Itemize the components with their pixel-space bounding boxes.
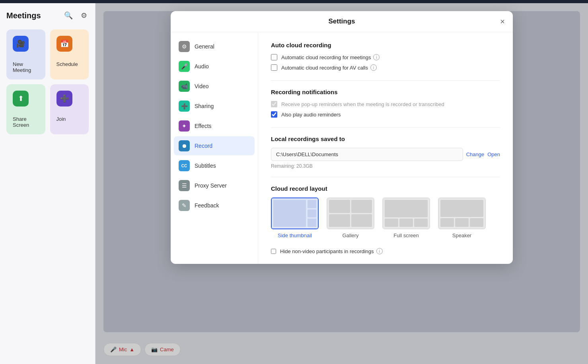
settings-content: Auto cloud recording Automatic cloud rec… <box>258 32 513 264</box>
join-card[interactable]: ➕ Join <box>50 84 89 134</box>
schedule-card[interactable]: 📅 Schedule <box>50 29 89 79</box>
nav-item-feedback[interactable]: ✎ Feedback <box>174 196 255 215</box>
fullscreen-thumbs <box>385 219 428 227</box>
layout-full-screen[interactable]: Full screen <box>382 197 430 238</box>
speaker-label: Speaker <box>452 232 471 238</box>
auto-meetings-checkbox[interactable] <box>271 54 277 60</box>
settings-nav: ⚙ General 🎤 Audio 📹 Video ➕ <box>171 32 258 264</box>
layout-gallery[interactable]: Gallery <box>327 197 374 238</box>
audio-reminders-checkbox[interactable] <box>271 111 277 118</box>
gallery-cell-2 <box>351 200 372 213</box>
speaker-thumb <box>438 197 486 229</box>
layout-speaker[interactable]: Speaker <box>438 197 486 238</box>
proxy-label: Proxy Server <box>195 182 227 189</box>
local-recordings-section: Local recordings saved to C:\Users\DELL\… <box>271 136 500 169</box>
feedback-icon: ✎ <box>179 200 190 211</box>
nav-item-audio[interactable]: 🎤 Audio <box>174 57 255 76</box>
auto-av-label: Automatic cloud recording for AV calls i <box>281 64 377 71</box>
fullscreen-preview <box>383 198 429 228</box>
auto-av-checkbox[interactable] <box>271 64 277 71</box>
settings-modal: Settings × ⚙ General 🎤 Audio <box>171 11 513 264</box>
fullscreen-thumb-1 <box>385 219 398 227</box>
share-screen-card[interactable]: ⬆ Share Screen <box>6 84 45 134</box>
local-recordings-title: Local recordings saved to <box>271 136 500 142</box>
nav-item-general[interactable]: ⚙ General <box>174 37 255 56</box>
audio-icon: 🎤 <box>179 61 190 72</box>
subtitles-icon: CC <box>179 160 190 171</box>
main-content: 🎤 Mic ▲ 📷 Came Settings × <box>95 3 588 364</box>
hide-non-video-label: Hide non-video participants in recording… <box>280 248 383 254</box>
auto-meetings-info-icon[interactable]: i <box>373 54 380 60</box>
auto-av-row: Automatic cloud recording for AV calls i <box>271 64 500 71</box>
auto-av-info-icon[interactable]: i <box>370 64 377 71</box>
divider-3 <box>271 177 500 177</box>
auto-meetings-row: Automatic cloud recording for meetings i <box>271 54 500 60</box>
change-button[interactable]: Change <box>466 151 485 157</box>
speaker-thumb-3 <box>470 218 483 227</box>
app-container: Meetings 🔍 ⚙ 🎥 New Meeting 📅 Schedule ⬆ … <box>0 3 588 364</box>
gallery-cell-4 <box>351 214 372 227</box>
join-label: Join <box>56 116 66 122</box>
audio-reminders-row: Also play audio reminders <box>271 111 500 118</box>
new-meeting-label: New Meeting <box>13 61 39 73</box>
auto-cloud-recording-section: Auto cloud recording Automatic cloud rec… <box>271 42 500 71</box>
effects-label: Effects <box>195 123 212 129</box>
search-button[interactable]: 🔍 <box>62 10 74 21</box>
path-row: C:\Users\DELL\Documents Change Open <box>271 148 500 161</box>
video-label: Video <box>195 83 209 89</box>
settings-button[interactable]: ⚙ <box>79 10 89 21</box>
nav-item-video[interactable]: 📹 Video <box>174 77 255 96</box>
modal-title: Settings <box>328 17 355 25</box>
nav-item-subtitles[interactable]: CC Subtitles <box>174 156 255 175</box>
hide-non-video-info-icon[interactable]: i <box>376 248 383 254</box>
fullscreen-main <box>385 200 428 217</box>
speaker-thumb-1 <box>440 218 454 227</box>
nav-item-proxy-server[interactable]: ☰ Proxy Server <box>174 176 255 195</box>
sharing-icon: ➕ <box>179 101 190 112</box>
modal-body: ⚙ General 🎤 Audio 📹 Video ➕ <box>171 32 513 264</box>
side-thumb-side <box>307 198 318 228</box>
auto-cloud-title: Auto cloud recording <box>271 42 500 48</box>
close-button[interactable]: × <box>500 17 505 25</box>
share-screen-label: Share Screen <box>13 116 39 128</box>
full-screen-label: Full screen <box>393 232 419 238</box>
fullscreen-thumb-2 <box>399 219 413 227</box>
action-cards: 🎥 New Meeting 📅 Schedule ⬆ Share Screen … <box>6 29 89 134</box>
open-button[interactable]: Open <box>487 151 500 157</box>
record-icon: ⏺ <box>179 140 190 151</box>
recording-notifications-title: Recording notifications <box>271 89 500 95</box>
nav-item-effects[interactable]: ✦ Effects <box>174 116 255 136</box>
general-icon: ⚙ <box>179 41 190 52</box>
hide-non-video-checkbox[interactable] <box>271 249 276 254</box>
schedule-label: Schedule <box>56 61 78 67</box>
join-icon: ➕ <box>56 91 72 106</box>
speaker-bottom <box>440 218 483 227</box>
side-thumb-cell-2 <box>308 209 316 218</box>
full-screen-thumb <box>382 197 430 229</box>
new-meeting-card[interactable]: 🎥 New Meeting <box>6 29 45 79</box>
side-thumbnail-thumb <box>271 197 319 229</box>
sidebar-icons: 🔍 ⚙ <box>62 10 89 21</box>
side-thumb-cell-1 <box>308 200 316 208</box>
nav-item-record[interactable]: ⏺ Record <box>174 136 255 155</box>
layout-side-thumbnail[interactable]: Side thumbnail <box>271 197 319 238</box>
top-bar <box>0 0 588 3</box>
sidebar-title: Meetings <box>6 11 41 20</box>
sidebar-header: Meetings 🔍 ⚙ <box>6 10 89 21</box>
remaining-text: Remaining: 20.3GB <box>271 163 500 169</box>
video-icon: 📹 <box>179 81 190 92</box>
general-label: General <box>195 43 214 50</box>
fullscreen-thumb-3 <box>414 219 428 227</box>
feedback-label: Feedback <box>195 202 219 209</box>
schedule-icon: 📅 <box>56 36 72 52</box>
new-meeting-icon: 🎥 <box>13 36 29 52</box>
effects-icon: ✦ <box>179 120 190 132</box>
nav-item-sharing[interactable]: ➕ Sharing <box>174 97 255 116</box>
side-thumbnail-label: Side thumbnail <box>278 232 312 238</box>
speaker-main <box>440 200 483 217</box>
sidebar: Meetings 🔍 ⚙ 🎥 New Meeting 📅 Schedule ⬆ … <box>0 3 95 364</box>
record-label: Record <box>195 143 212 149</box>
divider-2 <box>271 127 500 128</box>
sharing-label: Sharing <box>195 103 214 109</box>
subtitles-label: Subtitles <box>195 163 216 169</box>
